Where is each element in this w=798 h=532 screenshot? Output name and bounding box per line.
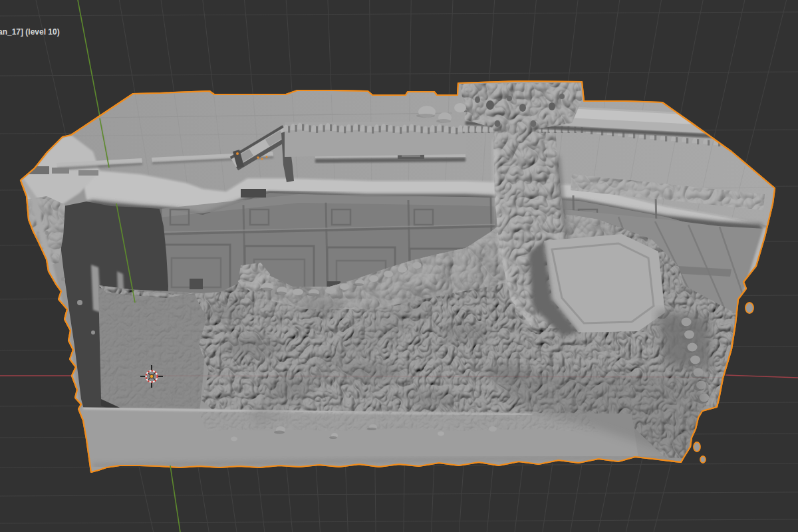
svg-text:tan_17] (level 10): tan_17] (level 10)	[0, 27, 60, 37]
